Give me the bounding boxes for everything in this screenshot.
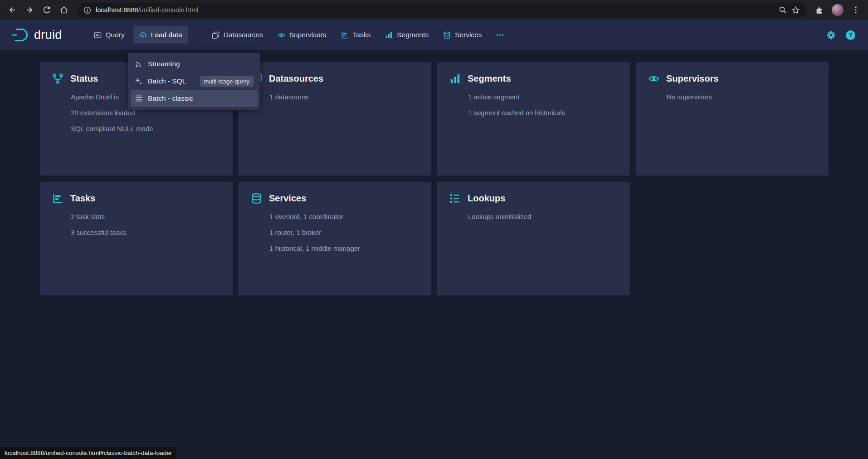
services-card[interactable]: Services 1 overlord, 1 coordinator 1 rou… (239, 182, 431, 295)
nav-query-label: Query (106, 31, 125, 39)
fork-icon (52, 73, 63, 84)
lookups-card[interactable]: Lookups Lookups uninitialized (437, 182, 630, 295)
database-icon (443, 31, 451, 39)
url-text: localhost:8888/unified-console.html (96, 6, 199, 14)
nav-more[interactable] (490, 26, 510, 44)
bar-chart-icon (385, 31, 393, 39)
gantt-icon (52, 193, 63, 204)
datasources-line: 1 datasource (269, 89, 419, 105)
back-button[interactable] (5, 2, 20, 18)
segments-line: 1 segment cached on historicals (468, 105, 618, 121)
home-button[interactable] (56, 2, 72, 18)
supervisors-card[interactable]: Supervisors No supervisors (636, 62, 829, 176)
browser-toolbar: localhost:8888/unified-console.html (0, 0, 868, 20)
nav-services-label: Services (455, 31, 482, 39)
bookmark-star-icon[interactable] (791, 6, 800, 15)
datasources-card[interactable]: Datasources 1 datasource (239, 62, 431, 176)
cloud-upload-icon (139, 31, 147, 39)
status-line: SQL compliant NULL mode (71, 121, 220, 137)
properties-list-icon (449, 193, 461, 204)
lookups-line: Lookups uninitialized (468, 209, 618, 225)
datasources-icon (212, 31, 219, 39)
eye-icon (278, 31, 285, 39)
forward-button[interactable] (22, 2, 37, 18)
nav-datasources-label: Datasources (224, 31, 263, 39)
help-icon[interactable]: ? (846, 30, 855, 40)
menu-item-streaming[interactable]: Streaming (131, 55, 258, 73)
nav-tasks-label: Tasks (353, 31, 371, 39)
card-title: Lookups (468, 193, 505, 204)
address-bar[interactable]: localhost:8888/unified-console.html (77, 3, 806, 17)
reload-icon (42, 5, 51, 15)
menu-item-batch-classic[interactable]: Batch - classic (131, 90, 258, 107)
services-line: 1 overlord, 1 coordinator (269, 209, 419, 225)
settings-gear-icon[interactable] (826, 30, 836, 40)
forward-arrow-icon (25, 5, 34, 15)
nav-services[interactable]: Services (437, 26, 488, 44)
card-title: Status (70, 73, 98, 84)
row-list-icon (135, 94, 143, 103)
load-data-menu: Streaming Batch - SQL multi-stage-query … (128, 53, 260, 110)
services-line: 1 router, 1 broker (269, 225, 419, 240)
nav-supervisors[interactable]: Supervisors (272, 26, 332, 44)
segments-card[interactable]: Segments 1 active segment 1 segment cach… (437, 62, 630, 176)
tasks-line: 3 successful tasks (71, 225, 220, 240)
supervisors-line: No supervisors (667, 89, 816, 105)
home-icon (59, 5, 68, 15)
url-host: localhost:8888 (96, 6, 138, 14)
druid-logo (11, 27, 30, 43)
nav-load-data[interactable]: Load data (133, 26, 188, 44)
nav-supervisors-label: Supervisors (289, 31, 327, 39)
services-line: 1 historical, 1 middle manager (269, 240, 419, 256)
nav-load-data-label: Load data (151, 31, 182, 39)
nav-query[interactable]: Query (88, 26, 131, 44)
nav-separator (197, 29, 197, 41)
menu-item-label: Batch - classic (148, 94, 193, 103)
nav-segments[interactable]: Segments (379, 26, 434, 44)
druid-navbar: druid Query Load data Datasources Superv… (0, 20, 868, 50)
nav-tasks[interactable]: Tasks (335, 26, 377, 44)
zoom-icon[interactable] (779, 6, 787, 14)
bar-chart-icon (449, 73, 461, 84)
nav-segments-label: Segments (397, 31, 429, 39)
druid-brand[interactable]: druid (11, 27, 62, 43)
card-title: Datasources (269, 73, 323, 84)
more-icon (496, 31, 504, 39)
query-icon (94, 31, 102, 39)
brand-text: druid (34, 28, 62, 42)
help-glyph: ? (848, 31, 853, 39)
card-title: Supervisors (666, 73, 719, 84)
browser-menu-icon[interactable] (848, 2, 863, 18)
menu-item-batch-sql[interactable]: Batch - SQL multi-stage-query (131, 73, 258, 90)
database-icon (251, 193, 262, 204)
link-status-bubble: localhost:8888/unified-console.html#clas… (0, 447, 176, 459)
url-path: /unified-console.html (138, 6, 199, 14)
site-info-icon[interactable] (83, 6, 91, 14)
nav-datasources[interactable]: Datasources (206, 26, 269, 44)
segments-line: 1 active segment (468, 89, 618, 105)
sparkle-icon (135, 77, 143, 85)
back-arrow-icon (8, 5, 17, 15)
feed-icon (135, 60, 143, 68)
multi-stage-query-tag: multi-stage-query (200, 76, 254, 87)
tasks-line: 2 task slots (71, 209, 220, 225)
reload-button[interactable] (39, 2, 54, 18)
extensions-icon[interactable] (812, 2, 827, 18)
tasks-card[interactable]: Tasks 2 task slots 3 successful tasks (40, 182, 233, 295)
card-title: Segments (468, 73, 511, 84)
card-title: Services (269, 193, 306, 204)
eye-icon (648, 73, 659, 84)
gantt-icon (341, 31, 349, 39)
menu-item-label: Batch - SQL (148, 77, 186, 85)
profile-avatar[interactable] (832, 4, 844, 16)
card-title: Tasks (70, 193, 95, 204)
menu-item-label: Streaming (148, 60, 180, 68)
